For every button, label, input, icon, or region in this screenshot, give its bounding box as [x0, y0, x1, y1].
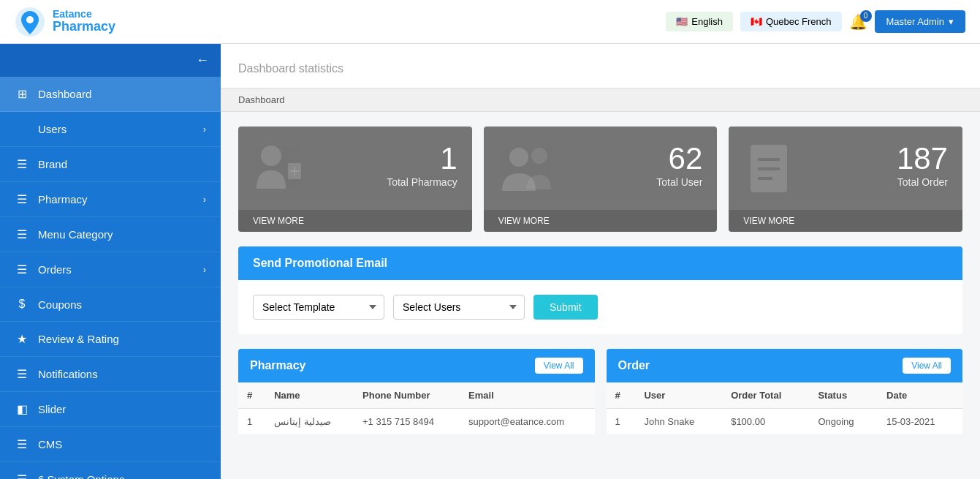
pharmacy-stat-icon [253, 141, 304, 210]
orders-label: Total Order [897, 176, 948, 188]
bottom-tables: Pharmacy View All # Name Phone Number Em… [238, 349, 962, 435]
sidebar-label-orders: Orders [38, 263, 72, 276]
sidebar-item-brand[interactable]: ☰ Brand [0, 147, 221, 182]
sidebar-item-system-options[interactable]: ☰ 6 System Options [0, 462, 221, 479]
sidebar-label-menu-category: Menu Category [38, 228, 113, 241]
users-view-more[interactable]: VIEW MORE [484, 210, 718, 232]
pharmacy-view-all-button[interactable]: View All [535, 358, 583, 374]
content-header: Dashboard statistics [221, 44, 980, 88]
pharmacy-col-num: # [238, 382, 265, 409]
table-row: 1 صيدلية إيتانس +1 315 715 8494 support@… [238, 409, 595, 435]
notifications-nav-icon: ☰ [15, 367, 29, 381]
chevron-right-icon: › [203, 124, 206, 135]
submit-button[interactable]: Submit [533, 295, 598, 320]
sidebar-item-notifications[interactable]: ☰ Notifications [0, 357, 221, 392]
sidebar-label-cms: CMS [38, 438, 62, 450]
sidebar-item-pharmacy[interactable]: ☰ Pharmacy › [0, 182, 221, 217]
svg-point-6 [509, 148, 528, 167]
cms-icon: ☰ [15, 437, 29, 451]
sidebar-item-review-rating[interactable]: ★ Review & Rating [0, 322, 221, 357]
flag-fr-icon: 🇨🇦 [751, 16, 762, 27]
page-title: Dashboard statistics [238, 54, 962, 78]
promo-header: Send Promotional Email [238, 246, 962, 280]
sidebar-item-orders[interactable]: ☰ Orders › [0, 252, 221, 287]
select-template-dropdown[interactable]: Select Template [253, 295, 384, 320]
users-icon: 👤 [15, 122, 29, 136]
sidebar-label-coupons: Coupons [38, 298, 82, 311]
order-row-num: 1 [607, 409, 636, 435]
dashboard-icon: ⊞ [15, 87, 29, 101]
pharmacy-table-body: 1 صيدلية إيتانس +1 315 715 8494 support@… [238, 409, 595, 435]
orders-count: 187 [897, 141, 948, 176]
pharmacy-row-num: 1 [238, 409, 265, 435]
sidebar-item-cms[interactable]: ☰ CMS [0, 427, 221, 462]
sidebar-label-notifications: Notifications [38, 368, 98, 380]
pharmacy-count: 1 [387, 141, 457, 176]
pharmacy-row-email: support@eatance.com [460, 409, 594, 435]
sidebar-label-dashboard: Dashboard [38, 88, 91, 100]
admin-label: Master Admin [886, 16, 944, 27]
order-view-all-button[interactable]: View All [903, 358, 951, 374]
main-layout: ← ⊞ Dashboard 👤 Users › ☰ Brand ☰ Pharma… [0, 44, 980, 479]
pharmacy-label: Total Pharmacy [387, 176, 457, 188]
sidebar-item-coupons[interactable]: $ Coupons [0, 287, 221, 322]
breadcrumb: Dashboard [221, 88, 980, 112]
pharmacy-view-more[interactable]: VIEW MORE [238, 210, 472, 232]
sidebar-item-slider[interactable]: ◧ Slider [0, 392, 221, 427]
sidebar-toggle-button[interactable]: ← [0, 44, 221, 77]
pharmacy-table-header-row: # Name Phone Number Email [238, 382, 595, 409]
sidebar-label-slider: Slider [38, 403, 66, 415]
french-label: Quebec French [766, 16, 832, 27]
admin-menu-button[interactable]: Master Admin ▾ [875, 10, 965, 33]
promo-email-section: Send Promotional Email Select Template S… [238, 246, 962, 334]
english-label: English [691, 16, 723, 27]
brand-icon: ☰ [15, 157, 29, 171]
sidebar-item-dashboard[interactable]: ⊞ Dashboard [0, 77, 221, 112]
stat-card-users: 62 Total User VIEW MORE [484, 127, 718, 232]
pharmacy-table-section: Pharmacy View All # Name Phone Number Em… [238, 349, 595, 435]
pharmacy-row-phone: +1 315 715 8494 [354, 409, 460, 435]
chevron-right-pharmacy-icon: › [203, 194, 206, 205]
chevron-down-icon: ▾ [949, 16, 954, 27]
pharmacy-row-name: صيدلية إيتانس [265, 409, 354, 435]
users-label: Total User [656, 176, 702, 188]
main-content: Dashboard statistics Dashboard [221, 44, 980, 479]
flag-en-icon: 🇺🇸 [676, 16, 688, 27]
order-table-title: Order [618, 359, 650, 372]
order-row-user: John Snake [635, 409, 722, 435]
menu-category-icon: ☰ [15, 227, 29, 241]
order-row-status: Ongoing [809, 409, 878, 435]
chevron-right-orders-icon: › [203, 264, 206, 275]
sidebar: ← ⊞ Dashboard 👤 Users › ☰ Brand ☰ Pharma… [0, 44, 221, 479]
sidebar-label-brand: Brand [38, 158, 67, 170]
logo-area: Eatance Pharmacy [15, 7, 115, 37]
stat-cards: 1 Total Pharmacy VIEW MORE [238, 127, 962, 232]
french-lang-button[interactable]: 🇨🇦 Quebec French [740, 12, 842, 31]
pharmacy-col-email: Email [460, 382, 594, 409]
users-count: 62 [656, 141, 702, 176]
pharmacy-col-name: Name [265, 382, 354, 409]
english-lang-button[interactable]: 🇺🇸 English [666, 12, 733, 31]
logo-brand: Eatance [53, 9, 115, 20]
pharmacy-col-phone: Phone Number [354, 382, 460, 409]
notifications-button[interactable]: 🔔 0 [849, 13, 867, 31]
pharmacy-table-header: Pharmacy View All [238, 349, 595, 382]
order-table-header-row: # User Order Total Status Date [607, 382, 963, 409]
order-table-header: Order View All [607, 349, 963, 382]
orders-icon: ☰ [15, 263, 29, 276]
order-col-num: # [607, 382, 636, 409]
app-logo-icon [15, 7, 45, 37]
order-row-total: $100.00 [722, 409, 809, 435]
coupons-icon: $ [15, 298, 29, 311]
logo-text: Eatance Pharmacy [53, 9, 115, 34]
orders-view-more[interactable]: VIEW MORE [729, 210, 962, 232]
slider-icon: ◧ [15, 402, 29, 416]
sidebar-item-users[interactable]: 👤 Users › [0, 112, 221, 147]
order-row-date: 15-03-2021 [878, 409, 962, 435]
pharmacy-table-title: Pharmacy [250, 359, 306, 372]
svg-point-2 [261, 146, 281, 166]
sidebar-item-menu-category[interactable]: ☰ Menu Category [0, 217, 221, 252]
review-icon: ★ [15, 332, 29, 346]
select-users-dropdown[interactable]: Select Users [393, 295, 525, 320]
stat-card-pharmacy: 1 Total Pharmacy VIEW MORE [238, 127, 472, 232]
